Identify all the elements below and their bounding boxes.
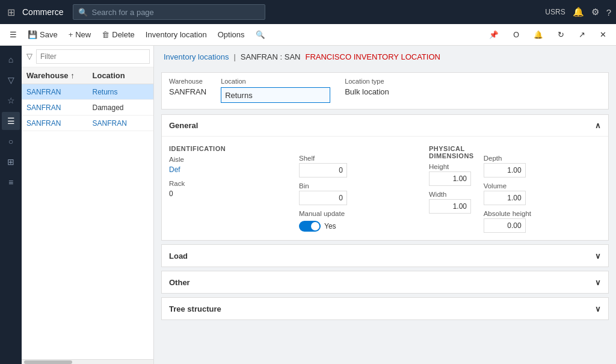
- sidebar-clock-icon[interactable]: ○: [2, 132, 20, 150]
- cell-warehouse-1: SANFRAN: [22, 88, 88, 96]
- breadcrumb-separator: |: [233, 52, 235, 61]
- main-area: ⌂ ▽ ☆ ☰ ○ ⊞ ≡ ▽ Warehouse ↑ Location SAN…: [0, 46, 616, 364]
- manual-update-toggle-container: Yes: [299, 221, 419, 232]
- search-placeholder: Search for a page: [91, 8, 153, 17]
- warehouse-label: Warehouse: [169, 78, 206, 85]
- chevron-down-icon: ∨: [595, 278, 601, 287]
- location-input[interactable]: [221, 87, 330, 103]
- sidebar-star-icon[interactable]: ☆: [2, 91, 20, 110]
- warehouse-field-group: Warehouse SANFRAN: [169, 78, 206, 103]
- height-row: Height: [429, 163, 474, 186]
- tree-structure-accordion: Tree structure ∨: [161, 297, 609, 320]
- breadcrumb-current: FRANCISCO INVENTORY LOCATION: [305, 52, 440, 61]
- physical-dimensions-title: PHYSICAL DIMENSIONS: [429, 145, 474, 159]
- col-warehouse: Warehouse ↑: [22, 71, 88, 80]
- new-icon: +: [69, 30, 73, 39]
- absolute-height-input[interactable]: [484, 218, 526, 233]
- volume-input[interactable]: [484, 191, 526, 205]
- rack-value: 0: [169, 188, 289, 199]
- cell-location-1: Returns: [88, 88, 154, 96]
- location-type-label: Location type: [345, 78, 389, 85]
- scrollbar-thumb[interactable]: [24, 360, 72, 364]
- bin-input[interactable]: [299, 191, 347, 205]
- popout-icon[interactable]: ↗: [574, 28, 590, 42]
- search-bar[interactable]: 🔍 Search for a page: [73, 4, 265, 20]
- bin-label: Bin: [299, 182, 419, 190]
- hamburger-icon[interactable]: ☰: [5, 28, 22, 42]
- location-label: Location: [221, 78, 330, 85]
- filter-icon[interactable]: ▽: [25, 51, 34, 62]
- pin-icon[interactable]: 📌: [484, 28, 504, 42]
- app-title: Commerce: [22, 7, 63, 17]
- tree-structure-accordion-header[interactable]: Tree structure ∨: [162, 298, 608, 319]
- load-accordion: Load ∨: [161, 244, 609, 267]
- volume-label: Volume: [484, 182, 604, 190]
- search-icon: 🔍: [78, 8, 88, 17]
- right-content: Inventory locations | SANFRAN : SAN FRAN…: [154, 46, 616, 364]
- identification-title: IDENTIFICATION: [169, 145, 289, 152]
- height-input[interactable]: [429, 171, 471, 186]
- location-type-value: Bulk location: [345, 87, 389, 96]
- other-accordion: Other ∨: [161, 271, 609, 294]
- rack-row: Rack 0: [169, 180, 289, 199]
- manual-update-row: Manual update Yes: [299, 210, 419, 232]
- new-button[interactable]: + New: [64, 28, 96, 42]
- sidebar-icons: ⌂ ▽ ☆ ☰ ○ ⊞ ≡: [0, 46, 22, 364]
- depth-volume-col: Depth Volume Absolute height: [484, 144, 604, 233]
- list-header: Warehouse ↑ Location: [22, 67, 153, 84]
- chevron-down-icon: ∨: [595, 251, 601, 261]
- width-input[interactable]: [429, 199, 471, 214]
- general-accordion-body: IDENTIFICATION Aisle Def Rack 0: [162, 137, 608, 240]
- table-row[interactable]: SANFRAN Damaged: [22, 100, 153, 116]
- breadcrumb: Inventory locations | SANFRAN : SAN FRAN…: [154, 46, 616, 67]
- table-row[interactable]: SANFRAN Returns: [22, 84, 153, 100]
- col-location: Location: [88, 71, 154, 80]
- height-label: Height: [429, 163, 474, 170]
- general-accordion-header[interactable]: General ∧: [162, 115, 608, 137]
- sidebar-list-icon[interactable]: ☰: [2, 112, 20, 130]
- help-icon[interactable]: ?: [606, 7, 611, 17]
- sidebar-home-icon[interactable]: ⌂: [2, 51, 20, 69]
- refresh-icon[interactable]: ↻: [553, 28, 569, 42]
- manual-update-label: Manual update: [299, 210, 419, 217]
- aisle-label: Aisle: [169, 156, 289, 163]
- table-row[interactable]: SANFRAN SANFRAN: [22, 116, 153, 131]
- content-area: Warehouse SANFRAN Location Location type…: [154, 67, 616, 364]
- options-button[interactable]: Options: [213, 28, 250, 42]
- chevron-up-icon: ∧: [595, 121, 601, 130]
- shelf-bin-col: Shelf Bin Manual update: [299, 144, 419, 233]
- close-icon[interactable]: ✕: [595, 28, 611, 42]
- toggle-label: Yes: [324, 222, 336, 230]
- shelf-input[interactable]: [299, 163, 347, 177]
- delete-icon: 🗑: [102, 30, 109, 39]
- inventory-location-button[interactable]: Inventory location: [141, 28, 212, 42]
- depth-input[interactable]: [484, 163, 526, 177]
- shelf-label: Shelf: [299, 155, 419, 162]
- manual-update-toggle[interactable]: [299, 221, 321, 232]
- cell-warehouse-2: SANFRAN: [22, 103, 88, 112]
- save-button[interactable]: 💾 Save: [23, 28, 63, 42]
- grid-icon[interactable]: ⊞: [5, 7, 17, 18]
- filter-input[interactable]: [36, 49, 150, 64]
- sidebar-menu-icon[interactable]: ≡: [2, 173, 20, 191]
- other-accordion-header[interactable]: Other ∨: [162, 271, 608, 293]
- delete-button[interactable]: 🗑 Delete: [97, 28, 140, 42]
- left-panel-toolbar: ▽: [22, 46, 153, 67]
- sidebar-grid-icon[interactable]: ⊞: [2, 153, 20, 171]
- breadcrumb-parent[interactable]: Inventory locations: [164, 52, 229, 61]
- width-label: Width: [429, 191, 474, 198]
- notification-icon[interactable]: 🔔: [529, 28, 548, 42]
- shelf-row: Shelf: [299, 155, 419, 177]
- header-fields: Warehouse SANFRAN Location Location type…: [161, 72, 609, 110]
- list-table: Warehouse ↑ Location SANFRAN Returns SAN…: [22, 67, 153, 359]
- load-accordion-header[interactable]: Load ∨: [162, 245, 608, 267]
- bell-icon[interactable]: 🔔: [573, 7, 584, 17]
- gear-icon[interactable]: ⚙: [591, 7, 599, 17]
- sidebar-filter-icon[interactable]: ▽: [2, 71, 20, 89]
- filter-toolbar-icon[interactable]: 🔍: [251, 28, 270, 42]
- office-icon[interactable]: O: [508, 28, 524, 42]
- aisle-row: Aisle Def: [169, 156, 289, 175]
- physical-dimensions-col: PHYSICAL DIMENSIONS Height Width: [429, 144, 474, 233]
- top-nav: ⊞ Commerce 🔍 Search for a page USRS 🔔 ⚙ …: [0, 0, 616, 24]
- depth-label: Depth: [484, 155, 604, 162]
